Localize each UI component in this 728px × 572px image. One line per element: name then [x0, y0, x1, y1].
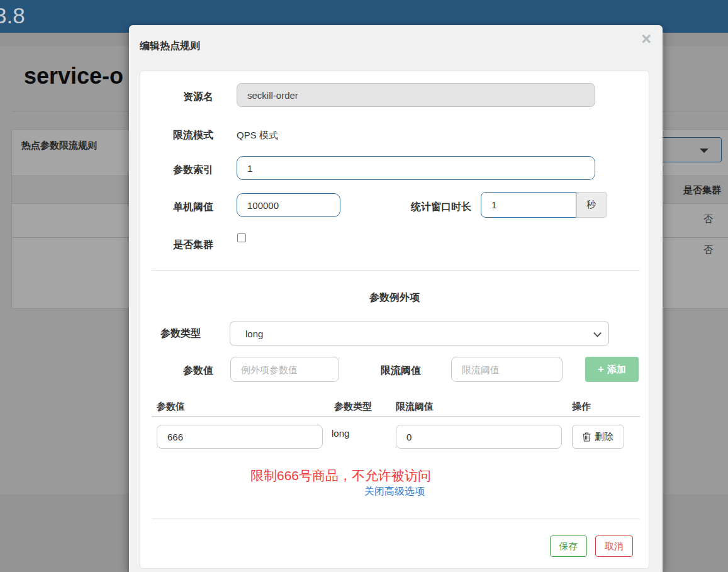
add-exception-button[interactable]: + 添加: [585, 357, 639, 382]
window-input[interactable]: [481, 192, 576, 218]
add-button-label: 添加: [607, 364, 626, 376]
cancel-button[interactable]: 取消: [595, 536, 633, 557]
table-header-underline: [152, 416, 640, 417]
param-index-input[interactable]: [237, 156, 595, 180]
caret-down-icon: [700, 149, 708, 153]
param-type-label: 参数类型: [140, 327, 201, 339]
param-index-label: 参数索引: [140, 164, 213, 176]
cluster-cell: 否: [703, 213, 713, 225]
cluster-column-header: 是否集群: [683, 184, 721, 196]
window-unit-addon: 秒: [576, 192, 607, 218]
row-param-value-input[interactable]: [157, 425, 323, 449]
cluster-label: 是否集群: [140, 238, 213, 250]
col-header-param-value: 参数值: [157, 401, 185, 413]
cluster-cell: 否: [703, 244, 713, 256]
close-icon[interactable]: ×: [637, 27, 655, 52]
delete-row-button[interactable]: 删除: [572, 425, 624, 449]
exception-limit-label: 限流阈值: [348, 364, 421, 376]
trash-icon: [583, 432, 591, 442]
col-header-param-type: 参数类型: [334, 401, 372, 413]
modal-title: 编辑热点规则: [140, 40, 200, 53]
threshold-label: 单机阈值: [140, 201, 213, 213]
resource-label: 资源名: [140, 91, 213, 103]
section-divider: [152, 270, 640, 271]
annotation-text: 限制666号商品，不允许被访问: [250, 467, 431, 485]
edit-hotspot-rule-modal: × 编辑热点规则 资源名 限流模式 QPS 模式 参数索引 单机阈值 统计窗口时…: [129, 25, 663, 572]
threshold-input[interactable]: [237, 193, 340, 217]
row-param-type: long: [332, 427, 349, 439]
exception-value-label: 参数值: [140, 364, 213, 376]
delete-button-label: 删除: [595, 431, 613, 443]
panel-title: 热点参数限流规则: [21, 140, 97, 152]
cluster-checkbox[interactable]: [237, 233, 246, 242]
page-title: service-o: [24, 63, 123, 89]
col-header-limit: 限流阈值: [396, 401, 434, 413]
row-limit-input[interactable]: [396, 425, 562, 449]
window-label: 统计窗口时长: [394, 201, 471, 213]
col-header-action: 操作: [572, 401, 591, 413]
exception-value-input[interactable]: [230, 357, 339, 382]
navbar-brand: 3.8: [0, 3, 25, 28]
toggle-advanced-link[interactable]: 关闭高级选项: [140, 485, 649, 498]
flow-mode-value: QPS 模式: [237, 129, 278, 141]
exceptions-heading: 参数例外项: [140, 291, 649, 305]
plus-icon: +: [598, 363, 604, 376]
param-type-select[interactable]: long: [230, 322, 609, 345]
footer-divider: [152, 519, 640, 519]
exception-limit-input[interactable]: [451, 357, 563, 382]
modal-form-panel: 资源名 限流模式 QPS 模式 参数索引 单机阈值 统计窗口时长 秒 是否集群 …: [140, 70, 649, 569]
save-button[interactable]: 保存: [550, 536, 587, 557]
flow-mode-label: 限流模式: [140, 129, 213, 141]
resource-input: [237, 83, 595, 107]
